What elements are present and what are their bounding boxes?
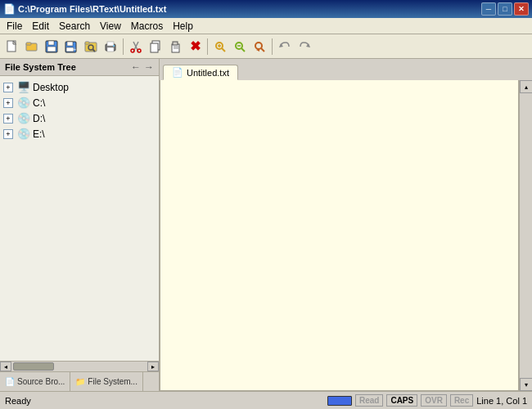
- open-folder-button[interactable]: [82, 38, 100, 56]
- scroll-right-button[interactable]: ▸: [147, 362, 159, 371]
- separator-3: [272, 38, 273, 55]
- svg-line-30: [222, 48, 225, 52]
- tree-item-d[interactable]: + 💿 D:\: [0, 110, 159, 126]
- desktop-icon: 🖥️: [17, 81, 30, 93]
- badge-read: Read: [355, 394, 383, 407]
- redo-button[interactable]: [295, 38, 313, 56]
- scroll-left-button[interactable]: ◂: [0, 362, 11, 371]
- paste-button[interactable]: [166, 38, 184, 56]
- cut-button[interactable]: [127, 38, 145, 56]
- badge-ovr: OVR: [421, 394, 447, 407]
- delete-button[interactable]: ✖: [186, 38, 204, 56]
- status-indicator: [327, 396, 352, 406]
- svg-rect-16: [107, 47, 114, 52]
- svg-line-37: [261, 48, 264, 52]
- svg-marker-39: [306, 43, 310, 47]
- menu-file[interactable]: File: [2, 19, 27, 34]
- e-drive-icon: 💿: [17, 128, 30, 140]
- svg-rect-26: [173, 42, 178, 45]
- editor-tab[interactable]: 📄 Untitled.txt: [163, 65, 238, 80]
- save-as-button[interactable]: +: [62, 38, 80, 56]
- open-button[interactable]: [23, 38, 41, 56]
- new-button[interactable]: [3, 38, 21, 56]
- svg-marker-38: [279, 43, 283, 47]
- nav-back-button[interactable]: ←: [131, 61, 141, 73]
- menu-edit[interactable]: Edit: [27, 19, 54, 34]
- tab-source-browser[interactable]: 📄 Source Bro...: [0, 372, 70, 391]
- maximize-button[interactable]: □: [498, 2, 512, 16]
- source-browser-label: Source Bro...: [17, 377, 65, 386]
- svg-rect-24: [151, 43, 158, 52]
- horizontal-scrollbar[interactable]: ◂ ▸: [0, 361, 159, 371]
- title-bar-left: 📄 C:\Program Files\RText\Untitled.txt: [3, 3, 166, 15]
- menu-macros[interactable]: Macros: [126, 19, 168, 34]
- status-bar: Ready Read CAPS OVR Rec Line 1, Col 1: [0, 391, 532, 409]
- desktop-label: Desktop: [33, 82, 69, 93]
- source-browser-icon: 📄: [5, 377, 15, 386]
- editor-wrapper: [160, 80, 519, 391]
- close-button[interactable]: ✕: [514, 2, 529, 16]
- tab-bar: 📄 Untitled.txt: [160, 59, 532, 80]
- replace-button[interactable]: [250, 38, 268, 56]
- tab-label: Untitled.txt: [187, 68, 229, 78]
- svg-rect-5: [48, 41, 54, 45]
- left-panel: File System Tree ← → + 🖥️ Desktop + 💿 C:…: [0, 59, 160, 391]
- separator-2: [207, 38, 208, 55]
- panel-tabs: 📄 Source Bro... 📁 File System...: [0, 371, 159, 391]
- menu-search[interactable]: Search: [54, 19, 95, 34]
- find-button[interactable]: [211, 38, 229, 56]
- content-area: 📄 Untitled.txt ▴ ▾: [160, 59, 532, 391]
- svg-rect-8: [67, 42, 73, 46]
- svg-point-22: [138, 49, 141, 52]
- tree-item-desktop[interactable]: + 🖥️ Desktop: [0, 79, 159, 95]
- scroll-down-button[interactable]: ▾: [520, 378, 533, 391]
- expand-desktop[interactable]: +: [3, 83, 13, 92]
- copy-button[interactable]: [147, 38, 165, 56]
- expand-c[interactable]: +: [3, 98, 13, 108]
- find-next-button[interactable]: [231, 38, 249, 56]
- c-drive-label: C:\: [33, 97, 45, 109]
- d-drive-icon: 💿: [17, 112, 30, 124]
- d-drive-label: D:\: [33, 113, 45, 124]
- tree-item-e[interactable]: + 💿 E:\: [0, 126, 159, 142]
- expand-d[interactable]: +: [3, 114, 13, 124]
- svg-rect-12: [85, 42, 89, 44]
- menu-view[interactable]: View: [95, 19, 126, 34]
- scroll-track: [520, 93, 533, 378]
- file-tree: + 🖥️ Desktop + 💿 C:\ + 💿 D:\ + 💿 E:\: [0, 76, 159, 361]
- print-button[interactable]: [101, 38, 119, 56]
- toolbar: + ✖: [0, 34, 532, 59]
- e-drive-label: E:\: [33, 128, 45, 140]
- title-buttons: ─ □ ✕: [481, 2, 529, 16]
- tree-item-c[interactable]: + 💿 C:\: [0, 95, 159, 110]
- save-button[interactable]: [43, 38, 61, 56]
- editor[interactable]: [160, 80, 518, 390]
- file-system-label: File System...: [88, 377, 138, 386]
- tab-file-system[interactable]: 📁 File System...: [70, 372, 143, 391]
- svg-point-21: [131, 49, 134, 52]
- panel-nav: ← →: [131, 61, 154, 73]
- undo-button[interactable]: [276, 38, 294, 56]
- svg-rect-6: [47, 47, 56, 52]
- scroll-up-button[interactable]: ▴: [520, 80, 533, 93]
- status-ready: Ready: [5, 396, 324, 406]
- panel-title: File System Tree: [5, 62, 76, 72]
- vertical-scrollbar[interactable]: ▴ ▾: [519, 80, 532, 391]
- panel-header: File System Tree ← →: [0, 59, 159, 76]
- main-area: File System Tree ← → + 🖥️ Desktop + 💿 C:…: [0, 59, 532, 391]
- file-system-icon: 📁: [75, 377, 85, 386]
- c-drive-icon: 💿: [17, 97, 30, 109]
- title-bar: 📄 C:\Program Files\RText\Untitled.txt ─ …: [0, 0, 532, 18]
- minimize-button[interactable]: ─: [481, 2, 496, 16]
- menu-bar: File Edit Search View Macros Help: [0, 18, 532, 34]
- nav-forward-button[interactable]: →: [144, 61, 154, 73]
- menu-help[interactable]: Help: [168, 19, 198, 34]
- badge-caps: CAPS: [386, 394, 417, 407]
- expand-e[interactable]: +: [3, 129, 13, 139]
- svg-point-18: [113, 45, 115, 47]
- title-text: C:\Program Files\RText\Untitled.txt: [18, 4, 166, 14]
- svg-point-36: [255, 43, 262, 49]
- app-icon: 📄: [3, 3, 15, 15]
- status-right: Read CAPS OVR Rec Line 1, Col 1: [327, 394, 527, 407]
- svg-line-34: [241, 48, 245, 52]
